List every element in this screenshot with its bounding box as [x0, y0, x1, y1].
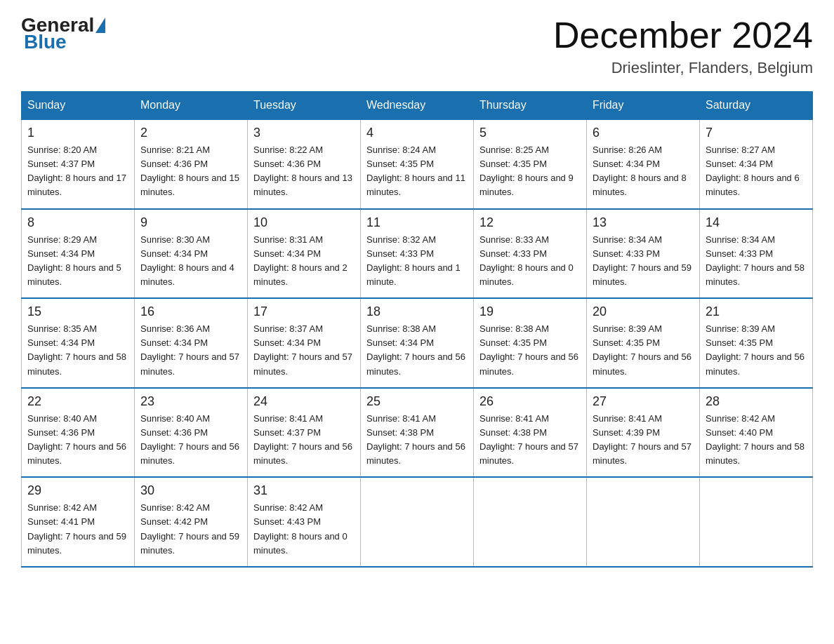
day-header-thursday: Thursday — [474, 92, 587, 120]
day-info: Sunrise: 8:39 AMSunset: 4:35 PMDaylight:… — [593, 323, 691, 376]
day-info: Sunrise: 8:41 AMSunset: 4:38 PMDaylight:… — [366, 413, 465, 466]
calendar-day-cell: 23Sunrise: 8:40 AMSunset: 4:36 PMDayligh… — [135, 388, 248, 478]
calendar-day-cell — [700, 477, 813, 567]
day-info: Sunrise: 8:22 AMSunset: 4:36 PMDaylight:… — [253, 145, 352, 197]
day-number: 27 — [593, 394, 694, 409]
calendar-day-cell: 5Sunrise: 8:25 AMSunset: 4:35 PMDaylight… — [474, 119, 587, 209]
calendar-day-cell: 10Sunrise: 8:31 AMSunset: 4:34 PMDayligh… — [248, 209, 361, 299]
day-header-sunday: Sunday — [22, 92, 135, 120]
day-header-saturday: Saturday — [700, 92, 813, 120]
calendar-day-cell: 7Sunrise: 8:27 AMSunset: 4:34 PMDaylight… — [700, 119, 813, 209]
day-info: Sunrise: 8:41 AMSunset: 4:39 PMDaylight:… — [593, 413, 691, 466]
calendar-week-row: 22Sunrise: 8:40 AMSunset: 4:36 PMDayligh… — [22, 388, 813, 478]
calendar-day-cell: 19Sunrise: 8:38 AMSunset: 4:35 PMDayligh… — [474, 298, 587, 388]
calendar-day-cell — [474, 477, 587, 567]
calendar-day-cell: 15Sunrise: 8:35 AMSunset: 4:34 PMDayligh… — [22, 298, 135, 388]
calendar-day-cell: 14Sunrise: 8:34 AMSunset: 4:33 PMDayligh… — [700, 209, 813, 299]
day-number: 20 — [593, 304, 694, 319]
day-info: Sunrise: 8:31 AMSunset: 4:34 PMDaylight:… — [253, 234, 348, 287]
day-number: 3 — [253, 126, 355, 140]
day-info: Sunrise: 8:34 AMSunset: 4:33 PMDaylight:… — [706, 234, 805, 287]
day-info: Sunrise: 8:41 AMSunset: 4:38 PMDaylight:… — [479, 413, 578, 466]
day-number: 6 — [593, 126, 694, 140]
calendar-day-cell: 11Sunrise: 8:32 AMSunset: 4:33 PMDayligh… — [361, 209, 474, 299]
calendar-day-cell — [587, 477, 700, 567]
day-info: Sunrise: 8:40 AMSunset: 4:36 PMDaylight:… — [140, 413, 239, 466]
day-number: 15 — [27, 304, 128, 319]
day-number: 2 — [140, 126, 241, 140]
calendar-day-cell: 27Sunrise: 8:41 AMSunset: 4:39 PMDayligh… — [587, 388, 700, 478]
calendar-body: 1Sunrise: 8:20 AMSunset: 4:37 PMDaylight… — [22, 119, 813, 567]
logo-triangle-icon — [95, 18, 105, 33]
calendar-day-cell: 1Sunrise: 8:20 AMSunset: 4:37 PMDaylight… — [22, 119, 135, 209]
calendar-week-row: 15Sunrise: 8:35 AMSunset: 4:34 PMDayligh… — [22, 298, 813, 388]
day-header-wednesday: Wednesday — [361, 92, 474, 120]
day-info: Sunrise: 8:38 AMSunset: 4:35 PMDaylight:… — [479, 323, 578, 376]
calendar-day-cell: 9Sunrise: 8:30 AMSunset: 4:34 PMDaylight… — [135, 209, 248, 299]
calendar-day-cell: 30Sunrise: 8:42 AMSunset: 4:42 PMDayligh… — [135, 477, 248, 567]
calendar-day-cell: 3Sunrise: 8:22 AMSunset: 4:36 PMDaylight… — [248, 119, 361, 209]
calendar-day-cell: 8Sunrise: 8:29 AMSunset: 4:34 PMDaylight… — [22, 209, 135, 299]
calendar-day-cell: 6Sunrise: 8:26 AMSunset: 4:34 PMDaylight… — [587, 119, 700, 209]
day-number: 8 — [27, 215, 128, 230]
day-number: 17 — [253, 304, 355, 319]
day-info: Sunrise: 8:29 AMSunset: 4:34 PMDaylight:… — [27, 234, 121, 287]
calendar-day-cell — [361, 477, 474, 567]
calendar-day-cell: 13Sunrise: 8:34 AMSunset: 4:33 PMDayligh… — [587, 209, 700, 299]
day-info: Sunrise: 8:42 AMSunset: 4:40 PMDaylight:… — [706, 413, 805, 466]
calendar-day-cell: 29Sunrise: 8:42 AMSunset: 4:41 PMDayligh… — [22, 477, 135, 567]
day-info: Sunrise: 8:32 AMSunset: 4:33 PMDaylight:… — [366, 234, 461, 287]
calendar-week-row: 29Sunrise: 8:42 AMSunset: 4:41 PMDayligh… — [22, 477, 813, 567]
day-info: Sunrise: 8:35 AMSunset: 4:34 PMDaylight:… — [27, 323, 126, 376]
day-info: Sunrise: 8:40 AMSunset: 4:36 PMDaylight:… — [27, 413, 126, 466]
day-number: 24 — [253, 394, 355, 409]
day-header-monday: Monday — [135, 92, 248, 120]
calendar-day-cell: 22Sunrise: 8:40 AMSunset: 4:36 PMDayligh… — [22, 388, 135, 478]
day-number: 14 — [706, 215, 807, 230]
calendar-day-cell: 17Sunrise: 8:37 AMSunset: 4:34 PMDayligh… — [248, 298, 361, 388]
calendar-week-row: 1Sunrise: 8:20 AMSunset: 4:37 PMDaylight… — [22, 119, 813, 209]
calendar-day-cell: 20Sunrise: 8:39 AMSunset: 4:35 PMDayligh… — [587, 298, 700, 388]
calendar-day-cell: 16Sunrise: 8:36 AMSunset: 4:34 PMDayligh… — [135, 298, 248, 388]
day-info: Sunrise: 8:33 AMSunset: 4:33 PMDaylight:… — [479, 234, 574, 287]
day-number: 30 — [140, 483, 241, 498]
day-info: Sunrise: 8:42 AMSunset: 4:43 PMDaylight:… — [253, 502, 348, 555]
calendar-week-row: 8Sunrise: 8:29 AMSunset: 4:34 PMDaylight… — [22, 209, 813, 299]
day-number: 10 — [253, 215, 355, 230]
calendar-day-cell: 2Sunrise: 8:21 AMSunset: 4:36 PMDaylight… — [135, 119, 248, 209]
title-block: December 2024 Drieslinter, Flanders, Bel… — [553, 14, 813, 77]
day-number: 9 — [140, 215, 241, 230]
day-number: 16 — [140, 304, 241, 319]
day-header-friday: Friday — [587, 92, 700, 120]
day-number: 13 — [593, 215, 694, 230]
day-info: Sunrise: 8:41 AMSunset: 4:37 PMDaylight:… — [253, 413, 352, 466]
day-info: Sunrise: 8:26 AMSunset: 4:34 PMDaylight:… — [593, 145, 687, 197]
calendar-day-cell: 25Sunrise: 8:41 AMSunset: 4:38 PMDayligh… — [361, 388, 474, 478]
calendar-day-cell: 18Sunrise: 8:38 AMSunset: 4:34 PMDayligh… — [361, 298, 474, 388]
day-number: 18 — [366, 304, 468, 319]
calendar-day-cell: 26Sunrise: 8:41 AMSunset: 4:38 PMDayligh… — [474, 388, 587, 478]
day-info: Sunrise: 8:24 AMSunset: 4:35 PMDaylight:… — [366, 145, 465, 197]
day-header-tuesday: Tuesday — [248, 92, 361, 120]
day-info: Sunrise: 8:25 AMSunset: 4:35 PMDaylight:… — [479, 145, 574, 197]
day-number: 29 — [27, 483, 128, 498]
day-number: 7 — [706, 126, 807, 140]
day-number: 22 — [27, 394, 128, 409]
day-info: Sunrise: 8:20 AMSunset: 4:37 PMDaylight:… — [27, 145, 126, 197]
location-subtitle: Drieslinter, Flanders, Belgium — [553, 59, 813, 77]
calendar-day-cell: 12Sunrise: 8:33 AMSunset: 4:33 PMDayligh… — [474, 209, 587, 299]
day-info: Sunrise: 8:34 AMSunset: 4:33 PMDaylight:… — [593, 234, 691, 287]
day-number: 28 — [706, 394, 807, 409]
calendar-day-cell: 21Sunrise: 8:39 AMSunset: 4:35 PMDayligh… — [700, 298, 813, 388]
day-number: 23 — [140, 394, 241, 409]
page-header: General Blue December 2024 Drieslinter, … — [21, 14, 813, 77]
day-number: 12 — [479, 215, 581, 230]
day-info: Sunrise: 8:39 AMSunset: 4:35 PMDaylight:… — [706, 323, 805, 376]
day-number: 11 — [366, 215, 468, 230]
day-number: 19 — [479, 304, 581, 319]
calendar-day-cell: 28Sunrise: 8:42 AMSunset: 4:40 PMDayligh… — [700, 388, 813, 478]
calendar-day-cell: 4Sunrise: 8:24 AMSunset: 4:35 PMDaylight… — [361, 119, 474, 209]
day-number: 21 — [706, 304, 807, 319]
month-title: December 2024 — [553, 14, 813, 56]
day-number: 25 — [366, 394, 468, 409]
